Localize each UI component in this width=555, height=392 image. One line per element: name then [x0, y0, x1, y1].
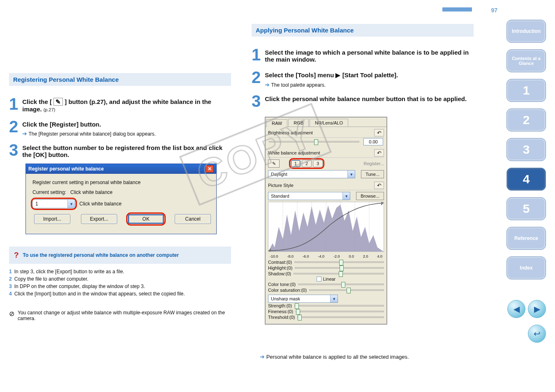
picture-style-reset-button[interactable]: ↶: [374, 182, 384, 189]
tab-raw[interactable]: RAW: [266, 119, 287, 127]
wb-slot-select[interactable]: 1 ▾: [32, 199, 75, 208]
next-page-button[interactable]: ▶: [528, 300, 546, 318]
nav-index[interactable]: Index: [506, 256, 546, 279]
warning-text: You cannot change or adjust white balanc…: [18, 310, 231, 321]
apply-step-1: 1 Select the image to which a personal w…: [252, 46, 474, 64]
tip-item-2: Copy the file to another computer.: [14, 276, 88, 282]
warning-note: ⊘ You cannot change or adjust white bala…: [9, 310, 231, 321]
prev-page-button[interactable]: ◀: [507, 300, 525, 318]
nav-ch3-num: 3: [523, 143, 530, 157]
close-button[interactable]: ✕: [206, 165, 214, 173]
tick: -6.0: [303, 254, 309, 258]
strength-slider[interactable]: [294, 305, 384, 307]
step-2-number: 2: [9, 118, 18, 136]
dialog-message: Register current setting in personal whi…: [32, 180, 210, 185]
threshold-label: Threshold:(0): [268, 315, 295, 320]
shadow-label: Shadow:(0): [268, 271, 291, 276]
triangle-left-icon: ◀: [513, 304, 520, 314]
tool-palette: RAW RGB NR/Lens/ALO Brightness adjustmen…: [265, 117, 387, 325]
back-arrow-icon: ↩: [534, 329, 541, 339]
threshold-slider[interactable]: [297, 316, 384, 318]
color-tone-slider[interactable]: [298, 284, 384, 285]
nav-ch3[interactable]: 3: [506, 138, 546, 161]
apply-step-3-number: 3: [252, 92, 261, 111]
apply-step2-text: Select the [Tools] menu ▶ [Start Tool pa…: [265, 71, 398, 78]
browse-button[interactable]: Browse...: [356, 192, 384, 200]
sharpen-mode-select[interactable]: Unsharp mask ▾: [268, 295, 338, 303]
import-button[interactable]: Import...: [34, 214, 70, 224]
tip-heading: To use the registered personal white bal…: [23, 252, 179, 258]
pwb-button-2[interactable]: 2: [302, 160, 312, 167]
ok-button[interactable]: OK: [128, 214, 164, 224]
apply-step-3: 3 Click the personal white balance numbe…: [252, 92, 474, 111]
picture-style-select[interactable]: Standard ▾: [268, 192, 350, 200]
fineness-label: Fineness:(0): [268, 309, 293, 314]
eyedropper-icon: ✎: [53, 98, 63, 106]
nav-ch1-num: 1: [523, 83, 530, 97]
nav-ch4-num: 4: [523, 172, 530, 186]
step1-ref[interactable]: p.27: [45, 107, 53, 112]
highlight-slider[interactable]: [295, 267, 384, 269]
picture-style-value: Standard: [271, 194, 289, 198]
nav-intro[interactable]: Introduction: [506, 20, 546, 43]
contrast-slider[interactable]: [294, 261, 384, 263]
nav-index-label: Index: [520, 265, 532, 271]
histogram-tone-curve: [268, 202, 384, 252]
chevron-down-icon: ▾: [347, 171, 355, 178]
apply-step3-text: Click the personal white balance number …: [265, 95, 467, 102]
arrow-icon: ➔: [265, 81, 270, 88]
nav-contents-label: Contents at a Glance: [507, 56, 546, 66]
eyedropper-button[interactable]: ✎: [268, 159, 280, 168]
nav-ch4[interactable]: 4: [506, 168, 546, 191]
arrow-icon: ➔: [260, 353, 265, 360]
step-3-number: 3: [9, 141, 18, 159]
linear-checkbox[interactable]: [317, 277, 321, 281]
dialog-title: Register personal white balance: [28, 166, 104, 172]
nav-reference[interactable]: Reference: [506, 227, 546, 250]
step3-text: Select the button number to be registere…: [22, 144, 222, 158]
contrast-label: Contrast:(0): [268, 260, 292, 265]
brightness-label: Brightness adjustment: [268, 130, 313, 135]
shadow-slider[interactable]: [294, 273, 384, 274]
arrow-icon: ➔: [22, 130, 27, 137]
current-setting-value: Click white balance: [70, 189, 113, 195]
tip-box: ? To use the registered personal white b…: [9, 247, 231, 264]
undo-icon: ↶: [377, 182, 382, 189]
histogram-ticks: -10.0 -8.0 -6.0 -4.0 -2.0 0.0 2.0 4.0: [268, 254, 384, 259]
section-heading-register: Registering Personal White Balance: [9, 73, 231, 86]
wb-preset-select[interactable]: Daylight ▾: [268, 170, 355, 178]
nav-ch1[interactable]: 1: [506, 79, 546, 102]
tip-item-1: In step 3, click the [Export] button to …: [14, 269, 124, 274]
brightness-reset-button[interactable]: ↶: [374, 129, 384, 136]
nav-ch2-num: 2: [523, 113, 530, 127]
brightness-slider[interactable]: [269, 141, 359, 143]
tune-button[interactable]: Tune...: [361, 170, 384, 178]
step2-text: Click the [Register] button.: [22, 121, 101, 128]
pwb-button-1[interactable]: 1: [291, 160, 301, 167]
tab-nr-lens-alo[interactable]: NR/Lens/ALO: [310, 119, 348, 127]
tip-item-3: In DPP on the other computer, display th…: [14, 284, 145, 289]
nav-ch5[interactable]: 5: [506, 197, 546, 220]
tick: -2.0: [333, 254, 340, 258]
step-2: 2 Click the [Register] button. ➔ The [Re…: [9, 118, 231, 137]
page-number-bar: [442, 7, 472, 12]
export-button[interactable]: Export...: [81, 214, 117, 224]
wb-reset-button[interactable]: ↶: [374, 149, 384, 157]
nav-ch2[interactable]: 2: [506, 108, 546, 131]
fineness-slider[interactable]: [296, 311, 384, 312]
tip-list: 1In step 3, click the [Export] button to…: [9, 268, 231, 297]
register-link[interactable]: Register...: [363, 161, 384, 166]
tick: 0.0: [349, 254, 354, 258]
close-icon: ✕: [208, 166, 212, 172]
cancel-button[interactable]: Cancel: [175, 214, 211, 224]
color-sat-slider[interactable]: [309, 289, 384, 291]
pwb-button-3[interactable]: 3: [313, 160, 323, 167]
tab-rgb[interactable]: RGB: [288, 119, 309, 127]
apply-step2-sub: The tool palette appears.: [271, 82, 326, 88]
nav-contents[interactable]: Contents at a Glance: [506, 49, 546, 72]
tick: -8.0: [287, 254, 294, 258]
back-button[interactable]: ↩: [528, 325, 546, 343]
step2-sub: The [Register personal white balance] di…: [28, 131, 156, 137]
step-1: 1 Click the [ ✎ ] button (p.27), and adj…: [9, 95, 231, 113]
brightness-value[interactable]: 0.00: [363, 138, 383, 145]
